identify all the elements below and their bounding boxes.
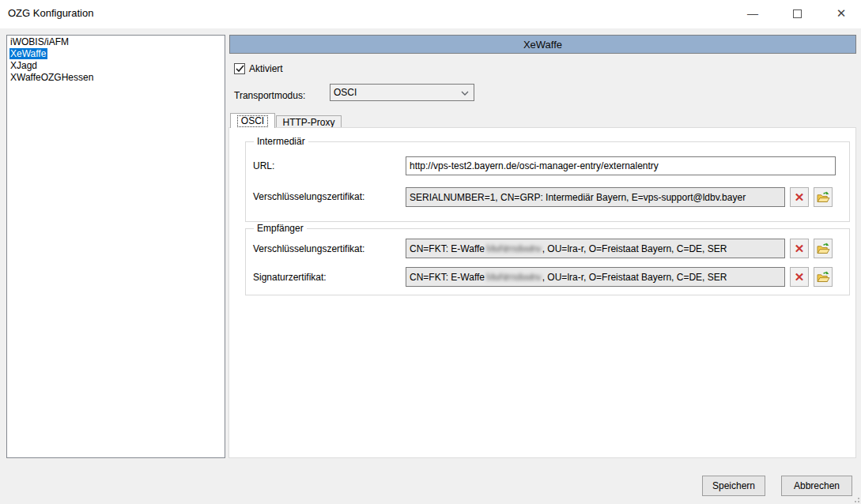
signatur-cert-label: Signaturzertifikat: bbox=[253, 272, 327, 283]
cancel-button[interactable]: Abbrechen bbox=[781, 476, 852, 496]
close-icon: ✕ bbox=[836, 6, 847, 21]
empfaenger-enc-cert-import-button[interactable] bbox=[814, 239, 833, 258]
intermediaer-enc-cert-label: Verschlüsselungszertifikat: bbox=[253, 191, 364, 202]
list-item-label: XeWaffe bbox=[9, 48, 47, 59]
delete-icon: ✕ bbox=[795, 271, 805, 283]
list-item-xewaffe[interactable]: XeWaffe bbox=[7, 48, 225, 60]
titlebar: OZG Konfiguration — ✕ bbox=[0, 0, 861, 28]
intermediaer-group-title: Intermediär bbox=[254, 136, 308, 147]
signatur-cert-field: CN=FKT: E-Waffe MwNrmsfwvlnv , OU=lra-r,… bbox=[406, 267, 785, 287]
signatur-cert-import-button[interactable] bbox=[814, 267, 833, 287]
redacted-segment: MwNrmsfwvlnv bbox=[486, 272, 541, 283]
url-input[interactable] bbox=[406, 156, 836, 175]
cert-text-suffix: , OU=lra-r, O=Freistaat Bayern, C=DE, SE… bbox=[542, 272, 727, 283]
chevron-down-icon bbox=[461, 91, 469, 96]
intermediaer-group: Intermediär bbox=[245, 141, 850, 222]
transportmodus-label: Transportmodus: bbox=[234, 87, 305, 104]
redacted-segment: MwNrmsfwvlnv bbox=[486, 243, 541, 254]
panel-title: XeWaffe bbox=[523, 39, 562, 51]
maximize-icon bbox=[793, 9, 802, 18]
close-button[interactable]: ✕ bbox=[828, 3, 855, 24]
url-label: URL: bbox=[253, 160, 274, 171]
cert-text-prefix: CN=FKT: E-Waffe bbox=[410, 243, 485, 254]
minimize-icon: — bbox=[747, 7, 758, 20]
minimize-button[interactable]: — bbox=[739, 3, 766, 24]
list-item-xjagd[interactable]: XJagd bbox=[7, 60, 225, 72]
delete-icon: ✕ bbox=[795, 191, 805, 203]
window-title: OZG Konfiguration bbox=[8, 7, 93, 19]
intermediaer-enc-cert-field: SERIALNUMBER=1, CN=GRP: Intermediär Baye… bbox=[406, 187, 785, 207]
cert-text-suffix: , OU=lra-r, O=Freistaat Bayern, C=DE, SE… bbox=[542, 243, 727, 254]
aktiviert-checkbox[interactable] bbox=[234, 63, 245, 74]
panel-title-bar: XeWaffe bbox=[229, 35, 856, 54]
empfaenger-enc-cert-field: CN=FKT: E-Waffe MwNrmsfwvlnv , OU=lra-r,… bbox=[406, 239, 785, 258]
resize-grip[interactable] bbox=[852, 495, 859, 502]
intermediaer-enc-cert-remove-button[interactable]: ✕ bbox=[790, 187, 809, 207]
ozg-konfiguration-window: OZG Konfiguration — ✕ iWOBIS/iAFM XeWaff… bbox=[0, 0, 861, 504]
list-item-xwaffeozghessen[interactable]: XWaffeOZGHessen bbox=[7, 72, 225, 84]
tab-http-proxy-label: HTTP-Proxy bbox=[283, 117, 335, 128]
empfaenger-enc-cert-remove-button[interactable]: ✕ bbox=[790, 239, 809, 258]
signatur-cert-remove-button[interactable]: ✕ bbox=[790, 267, 809, 287]
aktiviert-row: Aktiviert bbox=[234, 62, 283, 75]
folder-open-icon bbox=[817, 243, 830, 255]
delete-icon: ✕ bbox=[795, 243, 805, 254]
intermediaer-enc-cert-import-button[interactable] bbox=[814, 187, 833, 207]
cert-text-prefix: CN=FKT: E-Waffe bbox=[410, 272, 485, 283]
empfaenger-group-title: Empfänger bbox=[254, 223, 307, 234]
module-list[interactable]: iWOBIS/iAFM XeWaffe XJagd XWaffeOZGHesse… bbox=[6, 35, 225, 458]
folder-open-icon bbox=[817, 271, 830, 284]
list-item-label: XJagd bbox=[9, 60, 39, 71]
list-item-label: XWaffeOZGHessen bbox=[9, 72, 95, 83]
tab-http-proxy[interactable]: HTTP-Proxy bbox=[276, 115, 342, 128]
check-icon bbox=[236, 65, 244, 73]
transportmodus-value: OSCI bbox=[334, 87, 357, 98]
tab-osci[interactable]: OSCI bbox=[230, 113, 275, 128]
aktiviert-label: Aktiviert bbox=[249, 63, 283, 74]
intermediaer-enc-cert-value: SERIALNUMBER=1, CN=GRP: Intermediär Baye… bbox=[410, 192, 746, 203]
list-item-iwobis[interactable]: iWOBIS/iAFM bbox=[7, 36, 225, 48]
tab-osci-label: OSCI bbox=[237, 115, 268, 127]
folder-open-icon bbox=[817, 191, 830, 204]
transportmodus-select[interactable]: OSCI bbox=[330, 84, 474, 101]
empfaenger-enc-cert-label: Verschlüsselungszertifikat: bbox=[253, 243, 364, 254]
save-button[interactable]: Speichern bbox=[702, 476, 765, 496]
list-item-label: iWOBIS/iAFM bbox=[9, 36, 70, 47]
maximize-button[interactable] bbox=[784, 3, 810, 24]
